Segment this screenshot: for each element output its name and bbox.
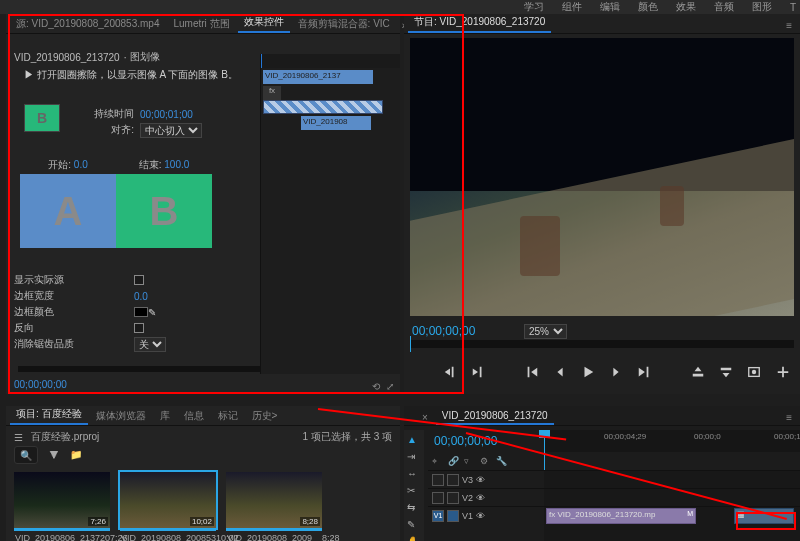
track-v1[interactable]: fx VID_20190806_213720.mpM ▦: [544, 506, 800, 524]
timeline-menu-icon[interactable]: ≡: [782, 410, 796, 425]
tab-source[interactable]: 源: VID_20190808_200853.mp4: [10, 15, 165, 33]
show-actual-checkbox[interactable]: [134, 275, 144, 285]
timeline-timecode[interactable]: 00;00;00;00: [428, 434, 497, 448]
antialias-select[interactable]: 关: [134, 337, 166, 352]
menu-graphics[interactable]: 图形: [752, 0, 772, 14]
track-header-v2[interactable]: V2👁: [428, 488, 544, 506]
filter-icon[interactable]: ⯆: [46, 446, 62, 462]
pen-tool[interactable]: ✎: [407, 519, 421, 530]
eye-icon[interactable]: 👁: [476, 511, 485, 521]
timeline-tracks[interactable]: fx VID_20190806_213720.mpM ▦: [544, 470, 800, 541]
effect-params: 持续时间00;00;01;00 对齐: 中心切入: [84, 106, 202, 138]
menu-audio[interactable]: 音频: [714, 0, 734, 14]
mini-playhead[interactable]: [261, 54, 262, 68]
project-item[interactable]: 10;02VID_20190808_20085310;02: [120, 472, 216, 541]
reverse-checkbox[interactable]: [134, 323, 144, 333]
project-item[interactable]: 7;26VID_20190806_2137207;26: [14, 472, 110, 541]
tab-markers[interactable]: 标记: [212, 407, 244, 425]
duration-value[interactable]: 00;00;01;00: [140, 109, 193, 120]
snap-icon[interactable]: ⌖: [432, 456, 444, 468]
tab-lumetri[interactable]: Lumetri 范围: [167, 15, 235, 33]
step-forward-button[interactable]: [607, 363, 625, 381]
menu-assembly[interactable]: 组件: [562, 0, 582, 14]
mini-ruler[interactable]: [261, 54, 400, 68]
mark-out-button[interactable]: [469, 363, 487, 381]
razor-tool[interactable]: ✂: [407, 485, 421, 496]
mini-clip-transition[interactable]: [263, 100, 383, 114]
tab-info[interactable]: 信息: [178, 407, 210, 425]
go-to-in-button[interactable]: [523, 363, 541, 381]
tab-library[interactable]: 库: [154, 407, 176, 425]
link-icon[interactable]: 🔗: [448, 456, 460, 468]
align-select[interactable]: 中心切入: [140, 123, 202, 138]
project-panel: 项目: 百度经验 媒体浏览器 库 信息 标记 历史> ☰ 百度经验.prproj…: [6, 406, 400, 541]
tab-project[interactable]: 项目: 百度经验: [10, 405, 88, 425]
timeline-clip-a[interactable]: fx VID_20190806_213720.mpM: [546, 508, 696, 524]
wrench-icon[interactable]: 🔧: [496, 456, 508, 468]
slip-tool[interactable]: ⇆: [407, 502, 421, 513]
track-target[interactable]: [447, 510, 459, 522]
menu-more[interactable]: T: [790, 2, 796, 13]
track-select-tool[interactable]: ⇥: [407, 451, 421, 462]
button-editor-icon[interactable]: [774, 363, 792, 381]
marker-icon[interactable]: ▿: [464, 456, 476, 468]
step-back-button[interactable]: [551, 363, 569, 381]
menu-color[interactable]: 颜色: [638, 0, 658, 14]
tab-program[interactable]: 节目: VID_20190806_213720: [408, 13, 551, 33]
eye-icon[interactable]: 👁: [476, 493, 485, 503]
play-button[interactable]: [579, 363, 597, 381]
track-toggle[interactable]: [432, 474, 444, 486]
transport-controls: [404, 360, 800, 384]
tab-effect-controls[interactable]: 效果控件: [238, 13, 290, 33]
track-target[interactable]: [447, 474, 459, 486]
mini-clip-top[interactable]: VID_20190806_2137: [263, 70, 373, 84]
border-width-value[interactable]: 0.0: [134, 291, 148, 302]
tab-history[interactable]: 历史>: [246, 407, 284, 425]
track-header-v3[interactable]: V3👁: [428, 470, 544, 488]
list-icon[interactable]: ☰: [14, 432, 23, 443]
preview-a[interactable]: A: [20, 174, 116, 248]
mark-in-button[interactable]: [441, 363, 459, 381]
program-menu-icon[interactable]: ≡: [782, 18, 796, 33]
track-toggle[interactable]: V1: [432, 510, 444, 522]
settings-icon[interactable]: ⚙: [480, 456, 492, 468]
selection-tool[interactable]: ▲: [407, 434, 421, 445]
search-input[interactable]: 🔍: [14, 446, 38, 464]
end-value[interactable]: 100.0: [164, 159, 189, 170]
extract-button[interactable]: [717, 363, 735, 381]
ripple-tool[interactable]: ↔: [407, 468, 421, 479]
track-header-v1[interactable]: V1V1👁: [428, 506, 544, 524]
loop-icon[interactable]: ⟲: [372, 381, 380, 392]
mini-clip-bottom[interactable]: VID_201908: [301, 116, 371, 130]
lift-button[interactable]: [689, 363, 707, 381]
timeline-ruler[interactable]: 00;00;04;29 00;00;0 00;00;1: [544, 430, 800, 452]
track-target[interactable]: [447, 492, 459, 504]
wrench-icon[interactable]: ⤢: [386, 381, 394, 392]
timeline-clip-b[interactable]: ▦: [734, 508, 794, 524]
go-to-out-button[interactable]: [635, 363, 653, 381]
new-bin-icon[interactable]: 📁: [68, 446, 84, 462]
menu-learn[interactable]: 学习: [524, 0, 544, 14]
track-toggle[interactable]: [432, 492, 444, 504]
start-value[interactable]: 0.0: [74, 159, 88, 170]
track-v2[interactable]: [544, 488, 800, 506]
program-playhead[interactable]: [410, 336, 411, 352]
zoom-select[interactable]: 25%: [524, 324, 567, 339]
eye-icon[interactable]: 👁: [476, 475, 485, 485]
tab-sequence[interactable]: VID_20190806_213720: [436, 408, 554, 425]
program-scrubber[interactable]: [410, 340, 794, 348]
program-viewport[interactable]: [410, 38, 794, 316]
project-item[interactable]: 8;28VID_20190808_2009__8;28: [226, 472, 322, 541]
preview-b[interactable]: B: [116, 174, 212, 248]
track-v3[interactable]: [544, 470, 800, 488]
program-timecode[interactable]: 00;00;00;00: [412, 324, 475, 338]
menu-edit[interactable]: 编辑: [600, 0, 620, 14]
menu-effects[interactable]: 效果: [676, 0, 696, 14]
border-color-swatch[interactable]: [134, 307, 148, 317]
effect-timecode[interactable]: 00;00;00;00: [14, 379, 67, 390]
export-frame-button[interactable]: [745, 363, 763, 381]
hand-tool[interactable]: ✋: [407, 536, 421, 541]
tab-audio-mixer[interactable]: 音频剪辑混合器: VIC: [292, 15, 396, 33]
tab-media-browser[interactable]: 媒体浏览器: [90, 407, 152, 425]
eyedropper-icon[interactable]: ✎: [148, 307, 158, 317]
